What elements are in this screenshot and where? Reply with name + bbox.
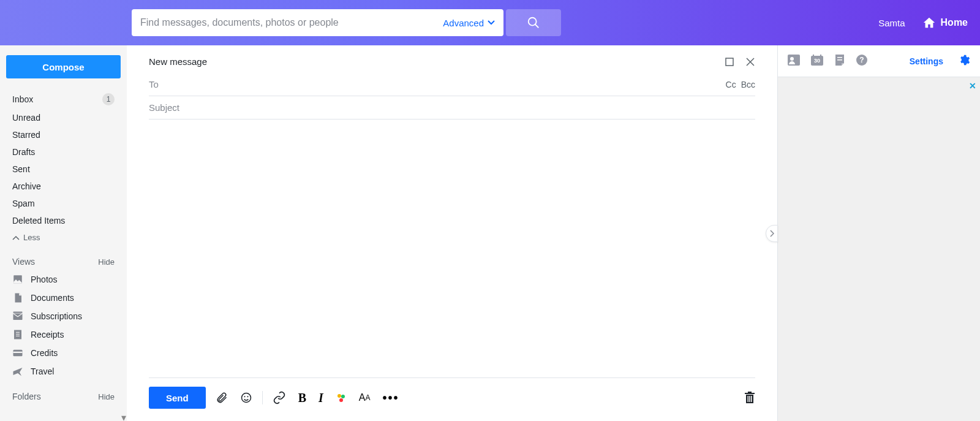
- folder-deleted[interactable]: Deleted Items: [0, 212, 127, 229]
- cc-bcc-toggles: Cc Bcc: [726, 80, 755, 89]
- to-label: To: [149, 79, 159, 89]
- contacts-icon: [788, 55, 800, 66]
- link-icon: [273, 391, 286, 404]
- contacts-tab[interactable]: [788, 55, 800, 68]
- delete-draft-button[interactable]: [744, 392, 755, 404]
- to-input[interactable]: [165, 79, 726, 89]
- folder-label: Archive: [12, 181, 41, 191]
- notes-tab[interactable]: [834, 55, 845, 68]
- folder-drafts[interactable]: Drafts: [0, 143, 127, 161]
- less-toggle[interactable]: Less: [0, 229, 127, 246]
- svg-rect-30: [837, 59, 842, 61]
- right-tabs: 30 ? Settings: [778, 45, 980, 77]
- view-subscriptions[interactable]: Subscriptions: [0, 307, 127, 325]
- svg-rect-23: [751, 396, 752, 402]
- settings-link[interactable]: Settings: [910, 56, 943, 66]
- svg-rect-5: [14, 330, 21, 339]
- subject-input[interactable]: [186, 102, 755, 113]
- font-button[interactable]: AA: [359, 392, 371, 403]
- calendar-tab[interactable]: 30: [811, 55, 823, 68]
- right-column: 30 ? Settings ✕: [778, 45, 980, 421]
- folder-archive[interactable]: Archive: [0, 178, 127, 195]
- svg-point-16: [341, 395, 345, 398]
- view-receipts[interactable]: Receipts: [0, 325, 127, 344]
- link-button[interactable]: [273, 391, 286, 404]
- svg-point-12: [241, 393, 251, 403]
- subscription-icon: [12, 311, 23, 322]
- svg-point-0: [529, 18, 537, 26]
- inbox-badge: 1: [102, 93, 115, 105]
- views-hide[interactable]: Hide: [98, 257, 115, 267]
- svg-point-15: [337, 394, 341, 398]
- settings-gear[interactable]: [958, 54, 970, 69]
- view-documents[interactable]: Documents: [0, 289, 127, 307]
- italic-button[interactable]: I: [318, 391, 323, 405]
- receipt-icon: [12, 329, 23, 340]
- svg-text:?: ?: [859, 56, 864, 64]
- calendar-day: 30: [811, 58, 823, 64]
- folder-inbox[interactable]: Inbox 1: [0, 89, 127, 109]
- views-header: Views Hide: [0, 246, 127, 270]
- ad-close[interactable]: ✕: [969, 81, 976, 91]
- compose-button[interactable]: Compose: [6, 55, 121, 78]
- view-photos[interactable]: Photos: [0, 270, 127, 289]
- search-button[interactable]: [506, 9, 561, 36]
- close-icon[interactable]: [745, 57, 755, 67]
- chevron-right-icon: [769, 230, 774, 237]
- sidebar: Compose Inbox 1 Unread Starred Drafts Se…: [0, 45, 127, 421]
- stationery-button[interactable]: [336, 392, 347, 403]
- folders-hide[interactable]: Hide: [98, 392, 115, 401]
- home-link[interactable]: Home: [922, 16, 968, 29]
- folder-label: Unread: [12, 113, 40, 123]
- popout-icon[interactable]: [725, 57, 734, 67]
- chevron-up-icon: [12, 235, 20, 240]
- paperclip-icon: [216, 392, 228, 404]
- folder-label: Deleted Items: [12, 216, 65, 226]
- views-title: Views: [12, 257, 35, 267]
- svg-rect-22: [749, 396, 750, 402]
- search-box: Advanced: [132, 9, 503, 36]
- attach-button[interactable]: [216, 392, 228, 404]
- emoji-icon: [240, 392, 252, 404]
- more-button[interactable]: •••: [383, 391, 399, 405]
- svg-point-25: [790, 57, 794, 61]
- emoji-button[interactable]: [240, 392, 252, 404]
- view-credits[interactable]: Credits: [0, 344, 127, 362]
- send-button[interactable]: Send: [149, 387, 206, 409]
- svg-line-1: [535, 25, 539, 28]
- scroll-down-icon[interactable]: ▾: [121, 414, 127, 421]
- folders-title: Folders: [12, 392, 41, 401]
- svg-point-14: [247, 396, 248, 397]
- advanced-label: Advanced: [443, 18, 484, 28]
- svg-rect-19: [745, 393, 755, 394]
- expand-right-tab[interactable]: [766, 225, 778, 242]
- folder-label: Sent: [12, 164, 30, 174]
- bcc-toggle[interactable]: Bcc: [741, 80, 755, 89]
- folder-spam[interactable]: Spam: [0, 195, 127, 212]
- gear-icon: [958, 54, 970, 66]
- compose-title: New message: [149, 56, 207, 67]
- svg-rect-27: [813, 55, 814, 57]
- svg-rect-20: [748, 392, 752, 393]
- folder-sent[interactable]: Sent: [0, 161, 127, 178]
- folder-starred[interactable]: Starred: [0, 126, 127, 143]
- chevron-down-icon: [488, 20, 495, 25]
- view-travel[interactable]: Travel: [0, 362, 127, 381]
- trash-icon: [744, 392, 755, 404]
- help-tab[interactable]: ?: [856, 55, 867, 68]
- view-label: Credits: [31, 348, 58, 358]
- photo-icon: [12, 274, 23, 285]
- bold-button[interactable]: B: [298, 391, 306, 405]
- message-body[interactable]: [149, 119, 755, 377]
- view-label: Travel: [31, 366, 54, 376]
- cc-toggle[interactable]: Cc: [726, 80, 736, 89]
- app-header: Advanced Samta Home: [0, 0, 980, 45]
- search-input[interactable]: [140, 17, 443, 28]
- help-icon: ?: [856, 55, 867, 66]
- user-name[interactable]: Samta: [878, 18, 905, 28]
- folder-unread[interactable]: Unread: [0, 109, 127, 126]
- advanced-search-link[interactable]: Advanced: [443, 18, 495, 28]
- svg-rect-10: [13, 352, 23, 353]
- view-label: Photos: [31, 275, 58, 284]
- header-right: Samta Home: [878, 16, 968, 29]
